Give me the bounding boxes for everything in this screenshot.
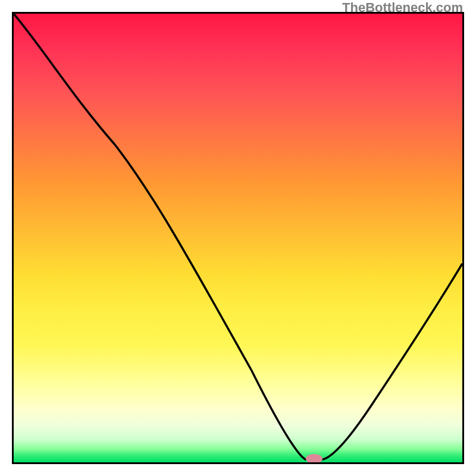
marker-dot: [306, 454, 322, 462]
chart-container: TheBottleneck.com: [0, 0, 476, 476]
plot-area: [12, 12, 464, 464]
curve-svg: [14, 14, 462, 462]
bottleneck-curve-path: [14, 14, 462, 459]
